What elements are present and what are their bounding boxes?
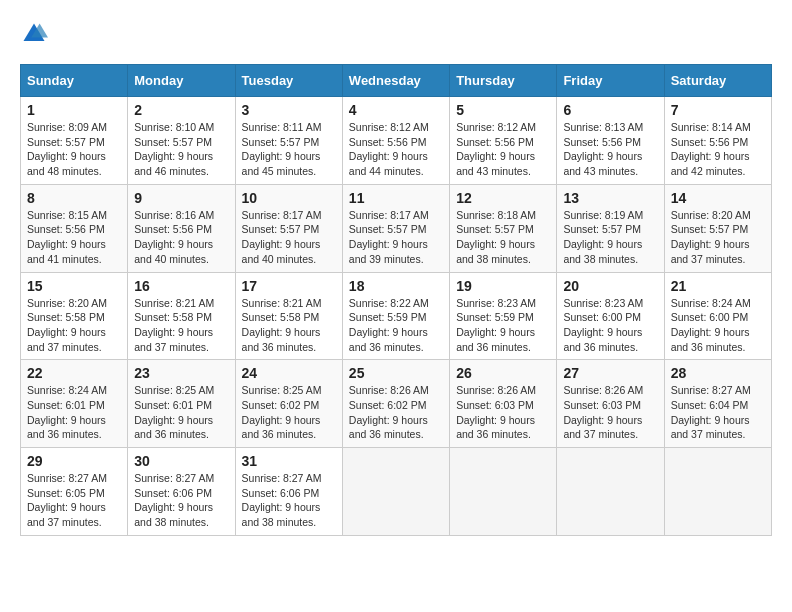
day-number: 24: [242, 365, 336, 381]
calendar-cell: 27 Sunrise: 8:26 AM Sunset: 6:03 PM Dayl…: [557, 360, 664, 448]
day-info: Sunrise: 8:26 AM Sunset: 6:03 PM Dayligh…: [563, 383, 657, 442]
calendar-cell: 29 Sunrise: 8:27 AM Sunset: 6:05 PM Dayl…: [21, 448, 128, 536]
day-info: Sunrise: 8:27 AM Sunset: 6:04 PM Dayligh…: [671, 383, 765, 442]
day-number: 9: [134, 190, 228, 206]
day-info: Sunrise: 8:12 AM Sunset: 5:56 PM Dayligh…: [456, 120, 550, 179]
day-number: 19: [456, 278, 550, 294]
day-info: Sunrise: 8:16 AM Sunset: 5:56 PM Dayligh…: [134, 208, 228, 267]
calendar-cell: 14 Sunrise: 8:20 AM Sunset: 5:57 PM Dayl…: [664, 184, 771, 272]
day-number: 21: [671, 278, 765, 294]
day-info: Sunrise: 8:14 AM Sunset: 5:56 PM Dayligh…: [671, 120, 765, 179]
day-number: 18: [349, 278, 443, 294]
calendar-cell: 30 Sunrise: 8:27 AM Sunset: 6:06 PM Dayl…: [128, 448, 235, 536]
page-header: [20, 20, 772, 48]
day-number: 30: [134, 453, 228, 469]
calendar-cell: 13 Sunrise: 8:19 AM Sunset: 5:57 PM Dayl…: [557, 184, 664, 272]
day-number: 25: [349, 365, 443, 381]
calendar-header-sunday: Sunday: [21, 65, 128, 97]
day-info: Sunrise: 8:26 AM Sunset: 6:02 PM Dayligh…: [349, 383, 443, 442]
day-number: 16: [134, 278, 228, 294]
calendar-cell: [664, 448, 771, 536]
day-number: 7: [671, 102, 765, 118]
calendar-header-thursday: Thursday: [450, 65, 557, 97]
calendar-cell: 8 Sunrise: 8:15 AM Sunset: 5:56 PM Dayli…: [21, 184, 128, 272]
day-info: Sunrise: 8:19 AM Sunset: 5:57 PM Dayligh…: [563, 208, 657, 267]
day-info: Sunrise: 8:18 AM Sunset: 5:57 PM Dayligh…: [456, 208, 550, 267]
day-info: Sunrise: 8:10 AM Sunset: 5:57 PM Dayligh…: [134, 120, 228, 179]
day-info: Sunrise: 8:20 AM Sunset: 5:58 PM Dayligh…: [27, 296, 121, 355]
calendar-cell: 3 Sunrise: 8:11 AM Sunset: 5:57 PM Dayli…: [235, 97, 342, 185]
calendar-cell: 24 Sunrise: 8:25 AM Sunset: 6:02 PM Dayl…: [235, 360, 342, 448]
calendar-cell: 31 Sunrise: 8:27 AM Sunset: 6:06 PM Dayl…: [235, 448, 342, 536]
day-info: Sunrise: 8:23 AM Sunset: 6:00 PM Dayligh…: [563, 296, 657, 355]
calendar-cell: [450, 448, 557, 536]
calendar-cell: 15 Sunrise: 8:20 AM Sunset: 5:58 PM Dayl…: [21, 272, 128, 360]
calendar-cell: 19 Sunrise: 8:23 AM Sunset: 5:59 PM Dayl…: [450, 272, 557, 360]
calendar-header-row: SundayMondayTuesdayWednesdayThursdayFrid…: [21, 65, 772, 97]
day-number: 20: [563, 278, 657, 294]
day-info: Sunrise: 8:24 AM Sunset: 6:00 PM Dayligh…: [671, 296, 765, 355]
calendar-row: 22 Sunrise: 8:24 AM Sunset: 6:01 PM Dayl…: [21, 360, 772, 448]
calendar-cell: 21 Sunrise: 8:24 AM Sunset: 6:00 PM Dayl…: [664, 272, 771, 360]
calendar-row: 8 Sunrise: 8:15 AM Sunset: 5:56 PM Dayli…: [21, 184, 772, 272]
calendar-cell: 20 Sunrise: 8:23 AM Sunset: 6:00 PM Dayl…: [557, 272, 664, 360]
day-number: 14: [671, 190, 765, 206]
day-info: Sunrise: 8:09 AM Sunset: 5:57 PM Dayligh…: [27, 120, 121, 179]
calendar-cell: 16 Sunrise: 8:21 AM Sunset: 5:58 PM Dayl…: [128, 272, 235, 360]
calendar-cell: [557, 448, 664, 536]
day-number: 2: [134, 102, 228, 118]
day-info: Sunrise: 8:11 AM Sunset: 5:57 PM Dayligh…: [242, 120, 336, 179]
day-number: 1: [27, 102, 121, 118]
day-info: Sunrise: 8:17 AM Sunset: 5:57 PM Dayligh…: [349, 208, 443, 267]
day-info: Sunrise: 8:13 AM Sunset: 5:56 PM Dayligh…: [563, 120, 657, 179]
day-number: 11: [349, 190, 443, 206]
day-number: 6: [563, 102, 657, 118]
day-number: 10: [242, 190, 336, 206]
day-number: 31: [242, 453, 336, 469]
calendar-cell: 17 Sunrise: 8:21 AM Sunset: 5:58 PM Dayl…: [235, 272, 342, 360]
day-number: 29: [27, 453, 121, 469]
day-number: 17: [242, 278, 336, 294]
day-number: 13: [563, 190, 657, 206]
calendar-cell: 22 Sunrise: 8:24 AM Sunset: 6:01 PM Dayl…: [21, 360, 128, 448]
calendar-cell: 7 Sunrise: 8:14 AM Sunset: 5:56 PM Dayli…: [664, 97, 771, 185]
day-info: Sunrise: 8:27 AM Sunset: 6:05 PM Dayligh…: [27, 471, 121, 530]
logo: [20, 20, 52, 48]
day-info: Sunrise: 8:12 AM Sunset: 5:56 PM Dayligh…: [349, 120, 443, 179]
calendar-cell: 26 Sunrise: 8:26 AM Sunset: 6:03 PM Dayl…: [450, 360, 557, 448]
day-number: 15: [27, 278, 121, 294]
day-info: Sunrise: 8:24 AM Sunset: 6:01 PM Dayligh…: [27, 383, 121, 442]
day-info: Sunrise: 8:22 AM Sunset: 5:59 PM Dayligh…: [349, 296, 443, 355]
day-number: 4: [349, 102, 443, 118]
day-number: 5: [456, 102, 550, 118]
calendar-cell: 18 Sunrise: 8:22 AM Sunset: 5:59 PM Dayl…: [342, 272, 449, 360]
calendar-cell: 5 Sunrise: 8:12 AM Sunset: 5:56 PM Dayli…: [450, 97, 557, 185]
day-info: Sunrise: 8:15 AM Sunset: 5:56 PM Dayligh…: [27, 208, 121, 267]
calendar-cell: 11 Sunrise: 8:17 AM Sunset: 5:57 PM Dayl…: [342, 184, 449, 272]
calendar-header-tuesday: Tuesday: [235, 65, 342, 97]
logo-icon: [20, 20, 48, 48]
day-info: Sunrise: 8:27 AM Sunset: 6:06 PM Dayligh…: [242, 471, 336, 530]
calendar-cell: 9 Sunrise: 8:16 AM Sunset: 5:56 PM Dayli…: [128, 184, 235, 272]
day-number: 26: [456, 365, 550, 381]
day-info: Sunrise: 8:20 AM Sunset: 5:57 PM Dayligh…: [671, 208, 765, 267]
calendar-header-wednesday: Wednesday: [342, 65, 449, 97]
day-number: 12: [456, 190, 550, 206]
calendar-cell: 1 Sunrise: 8:09 AM Sunset: 5:57 PM Dayli…: [21, 97, 128, 185]
day-number: 28: [671, 365, 765, 381]
day-info: Sunrise: 8:25 AM Sunset: 6:02 PM Dayligh…: [242, 383, 336, 442]
calendar-header-monday: Monday: [128, 65, 235, 97]
day-number: 27: [563, 365, 657, 381]
calendar-row: 15 Sunrise: 8:20 AM Sunset: 5:58 PM Dayl…: [21, 272, 772, 360]
calendar-cell: 28 Sunrise: 8:27 AM Sunset: 6:04 PM Dayl…: [664, 360, 771, 448]
day-info: Sunrise: 8:17 AM Sunset: 5:57 PM Dayligh…: [242, 208, 336, 267]
calendar-cell: 25 Sunrise: 8:26 AM Sunset: 6:02 PM Dayl…: [342, 360, 449, 448]
calendar-row: 29 Sunrise: 8:27 AM Sunset: 6:05 PM Dayl…: [21, 448, 772, 536]
calendar-cell: 23 Sunrise: 8:25 AM Sunset: 6:01 PM Dayl…: [128, 360, 235, 448]
calendar-cell: 12 Sunrise: 8:18 AM Sunset: 5:57 PM Dayl…: [450, 184, 557, 272]
calendar-cell: [342, 448, 449, 536]
calendar-cell: 6 Sunrise: 8:13 AM Sunset: 5:56 PM Dayli…: [557, 97, 664, 185]
day-info: Sunrise: 8:21 AM Sunset: 5:58 PM Dayligh…: [242, 296, 336, 355]
day-number: 22: [27, 365, 121, 381]
calendar-cell: 2 Sunrise: 8:10 AM Sunset: 5:57 PM Dayli…: [128, 97, 235, 185]
